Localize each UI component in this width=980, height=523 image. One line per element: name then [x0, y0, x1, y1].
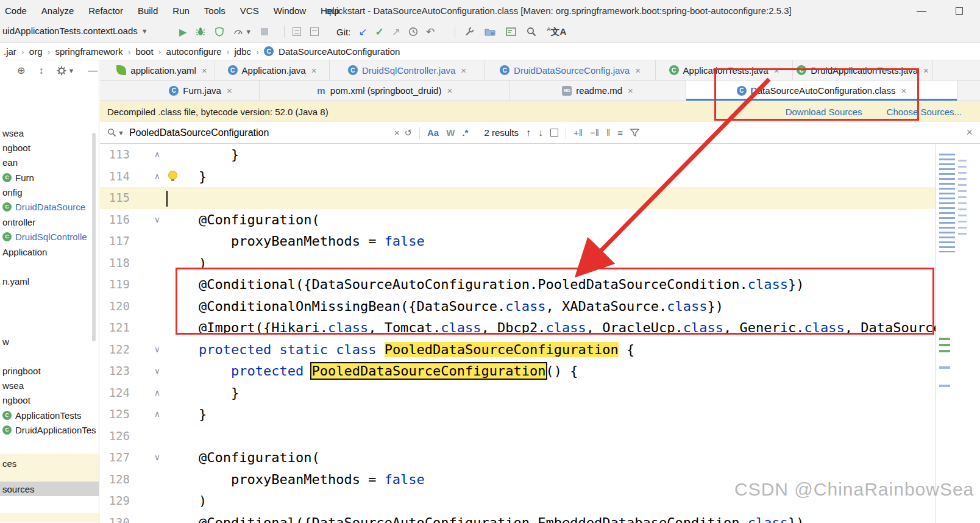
search-input[interactable]: PooledDataSourceConfiguration — [129, 127, 389, 138]
fold-marker-icon[interactable]: ∧ — [130, 144, 166, 166]
breadcrumb-item-springframework[interactable]: springframework — [55, 46, 123, 57]
code-line-129[interactable]: 129 ) — [100, 490, 936, 512]
regex-toggle[interactable]: .* — [462, 127, 468, 138]
link-choose-sources[interactable]: Choose Sources... — [887, 107, 962, 117]
git-push-icon[interactable]: ↗ — [392, 26, 400, 38]
code-area[interactable]: 113∧ }114∧ }115116∨ @Configuration(117 p… — [100, 144, 936, 523]
filter-funnel-icon[interactable] — [630, 129, 639, 137]
close-icon[interactable]: × — [901, 85, 906, 96]
tree-item-onfig[interactable]: onfig — [0, 185, 99, 199]
previous-occurrence-icon[interactable]: ↑ — [526, 127, 531, 138]
tab-application-java[interactable]: CApplication.java× — [215, 60, 330, 80]
line-number[interactable]: 128 — [100, 469, 130, 491]
code-line-124[interactable]: 124∧ } — [100, 382, 936, 404]
add-occurrence-icon[interactable]: +‖ — [573, 127, 583, 138]
tree-item-furn[interactable]: CFurn — [0, 170, 99, 185]
line-number[interactable]: 113 — [100, 144, 130, 166]
tab-pom-xml-springboot-druid[interactable]: mpom.xml (springboot_druid)× — [260, 80, 510, 101]
coverage-button[interactable] — [215, 27, 224, 37]
tab-datasourceautoconfiguration-class[interactable]: CDataSourceAutoConfiguration.class× — [686, 80, 957, 101]
close-icon[interactable]: × — [774, 65, 779, 76]
breadcrumb-item-jar[interactable]: .jar — [4, 46, 16, 57]
line-number[interactable]: 126 — [100, 425, 130, 447]
match-case-toggle[interactable]: Aa — [427, 127, 439, 138]
line-number[interactable]: 121 — [100, 317, 130, 339]
tree-item-ces[interactable]: ces — [0, 456, 99, 471]
tree-scrollbar[interactable] — [92, 133, 96, 341]
line-number[interactable]: 125 — [100, 404, 130, 425]
tree-item-ngboot[interactable]: ngboot — [0, 140, 99, 155]
link-download-sources[interactable]: Download Sources — [786, 107, 862, 117]
close-icon[interactable]: × — [635, 65, 641, 76]
tree-item-druidapplicationtes[interactable]: CDruidApplicationTes — [0, 422, 99, 437]
next-occurrence-icon[interactable]: ↓ — [538, 127, 543, 138]
search-history-icon[interactable]: ↺ — [404, 127, 412, 138]
line-number[interactable]: 120 — [100, 296, 130, 318]
menu-item-analyze[interactable]: Analyze — [41, 5, 74, 16]
code-line-128[interactable]: 128 proxyBeanMethods = false — [100, 469, 936, 491]
fold-marker-icon[interactable]: ∨ — [130, 339, 166, 361]
remove-occurrence-icon[interactable]: −‖ — [590, 127, 599, 138]
select-all-occurrences-icon[interactable]: ‖ — [606, 127, 610, 138]
line-number[interactable]: 124 — [100, 382, 130, 404]
close-icon[interactable]: × — [311, 65, 317, 76]
tree-item-application[interactable]: Application — [0, 244, 99, 259]
lines-icon[interactable]: ≡ — [617, 127, 623, 138]
fold-marker-icon[interactable]: ∧ — [130, 382, 166, 404]
error-stripe[interactable] — [936, 144, 979, 523]
tab-druidapplicationtests-java[interactable]: CDruidApplicationTests.java× — [793, 60, 933, 80]
menu-item-window[interactable]: Window — [274, 5, 306, 16]
menu-item-run[interactable]: Run — [172, 5, 190, 16]
fold-marker-icon[interactable]: ∧ — [130, 404, 166, 425]
line-number[interactable]: 118 — [100, 252, 130, 274]
run-configuration-select[interactable]: uidApplicationTests.contextLoads ▼ — [2, 26, 148, 36]
tree-item-wsea[interactable]: wsea — [0, 378, 99, 393]
debug-button[interactable] — [196, 27, 205, 37]
line-number[interactable]: 116 — [100, 209, 130, 231]
close-icon[interactable]: × — [923, 65, 929, 76]
stop-button[interactable] — [261, 28, 268, 35]
code-line-123[interactable]: 123∨ protected PooledDataSourceConfigura… — [100, 360, 936, 382]
code-line-116[interactable]: 116∨ @Configuration( — [100, 209, 936, 231]
line-number[interactable]: 115 — [100, 187, 130, 209]
tab-druidsqlcontroller-java[interactable]: CDruidSqlController.java× — [330, 60, 485, 80]
line-number[interactable]: 129 — [100, 490, 130, 512]
search-icon[interactable] — [527, 27, 536, 37]
wrench-icon[interactable] — [464, 27, 474, 37]
translate-icon[interactable]: A文A — [547, 26, 566, 38]
search-field[interactable]: ▼ PooledDataSourceConfiguration × ↺ — [107, 127, 412, 138]
profiler-button[interactable]: ▼ — [233, 27, 252, 37]
run-button[interactable]: ▶ — [179, 26, 186, 38]
code-line-130[interactable]: 130 @Conditional({DataSourceAutoConfigur… — [100, 512, 936, 523]
open-square-icon[interactable] — [310, 27, 319, 36]
close-icon[interactable]: × — [628, 85, 633, 96]
tree-item-pringboot[interactable]: pringboot — [0, 363, 99, 378]
breadcrumb-item-datasourceautoconfiguration[interactable]: DataSourceAutoConfiguration — [279, 46, 400, 57]
menu-item-vcs[interactable]: VCS — [240, 5, 259, 16]
fold-marker-icon[interactable]: ∨ — [130, 209, 166, 231]
code-line-113[interactable]: 113∧ } — [100, 144, 936, 166]
tree-item-ontroller[interactable]: ontroller — [0, 215, 99, 229]
menu-item-code[interactable]: Code — [5, 5, 27, 16]
line-number[interactable]: 117 — [100, 230, 130, 252]
tree-item-wsea[interactable]: wsea — [0, 126, 99, 140]
line-number[interactable]: 123 — [100, 360, 130, 382]
grid-icon[interactable] — [293, 27, 301, 36]
tree-item-applicationtests[interactable]: CApplicationTests — [0, 408, 99, 422]
open-in-find-window-icon[interactable] — [550, 129, 558, 137]
code-line-126[interactable]: 126 — [100, 425, 936, 447]
fold-marker-icon[interactable]: ∨ — [130, 447, 166, 469]
breadcrumb-item-boot[interactable]: boot — [135, 46, 153, 57]
tree-item-n-yaml[interactable]: n.yaml — [0, 274, 99, 288]
code-line-115[interactable]: 115 — [100, 187, 936, 209]
tab-readme-md[interactable]: MDreadme.md× — [510, 80, 686, 101]
line-number[interactable]: 114 — [100, 166, 130, 188]
intention-bulb-icon[interactable] — [168, 171, 177, 180]
tree-item-w[interactable]: w — [0, 334, 99, 349]
whole-words-toggle[interactable]: W — [446, 127, 455, 138]
line-number[interactable]: 119 — [100, 274, 130, 296]
close-icon[interactable]: × — [461, 65, 466, 76]
fold-marker-icon[interactable]: ∨ — [130, 360, 166, 382]
board-icon[interactable] — [506, 27, 516, 36]
minimize-icon[interactable]: — — [917, 5, 926, 16]
